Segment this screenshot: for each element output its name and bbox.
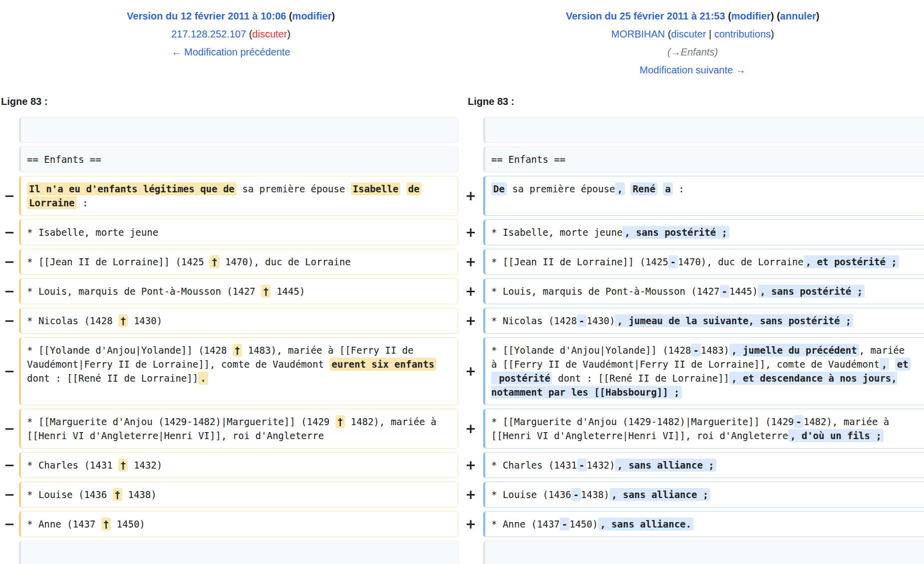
added-marker (458, 146, 483, 172)
diff-text: * Nicolas (1428 (27, 315, 118, 326)
removed-marker: − (0, 409, 19, 449)
diffchange-highlight: Il n'a eu d'enfants légitimes que de (27, 182, 237, 195)
diff-text: 1430) (128, 315, 162, 326)
new-user-talk-link[interactable]: discuter (671, 28, 706, 39)
paren: ) ( (771, 10, 780, 21)
removed-marker (0, 146, 19, 172)
new-user-line: MORBIHAN (discuter | contributions) (462, 25, 924, 43)
old-edit-link[interactable]: modifier (292, 10, 331, 21)
added-marker: + (458, 308, 483, 334)
context-line (19, 541, 458, 564)
previous-diff-link[interactable]: ← Modification précédente (172, 46, 291, 57)
diffchange-highlight: De (491, 182, 507, 195)
diff-text: 1470), duc de Lorraine (678, 256, 804, 267)
diff-text: 1438) (581, 489, 610, 500)
old-user-line: 217.128.252.107 (discuter) (0, 25, 462, 43)
diff-cell-old: * Nicolas (1428 † 1430) (19, 308, 458, 334)
wikipedia-diff-page: { "header": { "old": { "title": "Version… (0, 0, 924, 564)
new-version-header: Version du 25 février 2011 à 21:53 (modi… (462, 7, 924, 79)
diff-cell-new: * [[Marguerite d'Anjou (1429-1482)|Margu… (483, 409, 924, 449)
diff-cell-new: * [[Yolande d'Anjou|Yolande]] (1428-1483… (483, 337, 924, 405)
diff-text: == Enfants == (27, 154, 101, 165)
diffchange-highlight: † (113, 488, 122, 501)
diff-text: 1470), duc de Lorraine (220, 256, 351, 267)
diff-text (889, 359, 895, 370)
edit-summary-line: (→Enfants) (462, 43, 924, 61)
diff-text: : (77, 197, 88, 208)
diffchange-highlight: . (198, 372, 208, 385)
added-line: * Anne (1437-1450), sans alliance. (483, 511, 924, 537)
diff-cell-old: Il n'a eu d'enfants légitimes que de sa … (19, 176, 458, 216)
new-edit-link[interactable]: modifier (731, 10, 771, 21)
new-user-link[interactable]: MORBIHAN (611, 28, 665, 39)
diffchange-highlight: † (210, 255, 219, 268)
diffchange-highlight: - (560, 518, 569, 531)
added-line: * Nicolas (1428-1430), jumeau de la suiv… (483, 308, 924, 334)
diff-text: * Louise (1436 (491, 489, 571, 500)
added-marker: + (458, 249, 483, 275)
diff-text (657, 183, 663, 194)
context-line (19, 117, 458, 143)
diff-text: 1430) (587, 315, 615, 326)
undo-link[interactable]: annuler (780, 10, 816, 21)
diff-cell-new: * Louis, marquis de Pont-à-Mousson (1427… (483, 278, 924, 304)
diff-cell-old: * Isabelle, morte jeune (19, 219, 458, 245)
diff-cell-old: * [[Yolande d'Anjou|Yolande]] (1428 † 14… (19, 337, 458, 405)
diffchange-highlight: - (720, 285, 729, 298)
diff-text: * Charles (1431 (491, 460, 577, 471)
added-line: * Louis, marquis de Pont-à-Mousson (1427… (483, 278, 924, 304)
new-version-title-line: Version du 25 février 2011 à 21:53 (modi… (462, 7, 924, 25)
diff-text: 1432) (587, 460, 615, 471)
diff-text: * [[Marguerite d'Anjou (1429-1482)|Margu… (491, 416, 794, 427)
deleted-line: * Louis, marquis de Pont-à-Mousson (1427… (19, 278, 458, 304)
diff-text: * Louis, marquis de Pont-à-Mousson (1427 (27, 286, 261, 297)
diff-cell-old: * Anne (1437 † 1450) (19, 511, 458, 537)
diffchange-highlight: , (615, 182, 624, 195)
paren: ) (287, 28, 291, 39)
new-version-link[interactable]: Version du 25 février 2011 à 21:53 (566, 10, 725, 21)
paren: ( (665, 28, 671, 39)
diffchange-highlight: , d'où un fils ; (788, 429, 884, 442)
added-marker: + (458, 482, 483, 508)
diffchange-highlight: , sans postérité ; (622, 226, 729, 239)
diff-text: 1445) (729, 286, 758, 297)
diffchange-highlight: et (895, 358, 911, 371)
old-user-link[interactable]: 217.128.252.107 (171, 28, 246, 39)
next-diff-link[interactable]: Modification suivante → (639, 64, 745, 75)
diff-cell-new: De sa première épouse, René a : (483, 176, 924, 216)
diff-text: * Louis, marquis de Pont-à-Mousson (1427 (491, 286, 720, 297)
diff-cell-old (19, 117, 458, 143)
old-user-talk-link[interactable]: discuter (252, 28, 287, 39)
added-marker: + (458, 219, 483, 245)
added-line: * [[Marguerite d'Anjou (1429-1482)|Margu… (483, 409, 924, 449)
diffchange-highlight: - (571, 488, 581, 501)
diffchange-highlight: Lorraine (27, 196, 77, 209)
added-marker: + (458, 176, 483, 216)
diff-cell-new: * Isabelle, morte jeune, sans postérité … (483, 219, 924, 245)
diffchange-highlight: † (101, 518, 111, 531)
diffchange-highlight: † (118, 314, 128, 327)
new-nav-line: Modification suivante → (462, 61, 924, 79)
old-version-header: Version du 12 février 2011 à 10:06 (modi… (0, 7, 462, 79)
diffchange-highlight: a (663, 182, 672, 195)
deleted-line: * Isabelle, morte jeune (19, 219, 458, 245)
diff-text: 1438) (122, 489, 157, 500)
removed-marker: − (0, 482, 19, 508)
diffchange-highlight: , sans alliance ; (610, 488, 710, 501)
diff-text: * Charles (1431 (27, 460, 118, 471)
removed-marker: − (0, 249, 19, 275)
new-user-contribs-link[interactable]: contributions (714, 28, 771, 39)
added-line: * [[Jean II de Lorraine]] (1425-1470), d… (483, 249, 924, 275)
context-line: == Enfants == (483, 146, 924, 172)
pipe-separator: | (706, 28, 714, 39)
diff-cell-old: * Louise (1436 † 1438) (19, 482, 458, 508)
autocomment-section-link[interactable]: (→Enfants) (667, 46, 718, 57)
diff-text: sa première épouse (507, 183, 615, 194)
removed-marker: − (0, 511, 19, 537)
diff-text: * Nicolas (1428 (491, 315, 577, 326)
line-number-headers: Ligne 83 : Ligne 83 : (0, 96, 924, 111)
old-version-link[interactable]: Version du 12 février 2011 à 10:06 (127, 10, 286, 21)
diffchange-highlight: - (577, 459, 587, 472)
removed-marker (0, 541, 19, 564)
diff-text: * Isabelle, morte jeune (27, 227, 158, 238)
